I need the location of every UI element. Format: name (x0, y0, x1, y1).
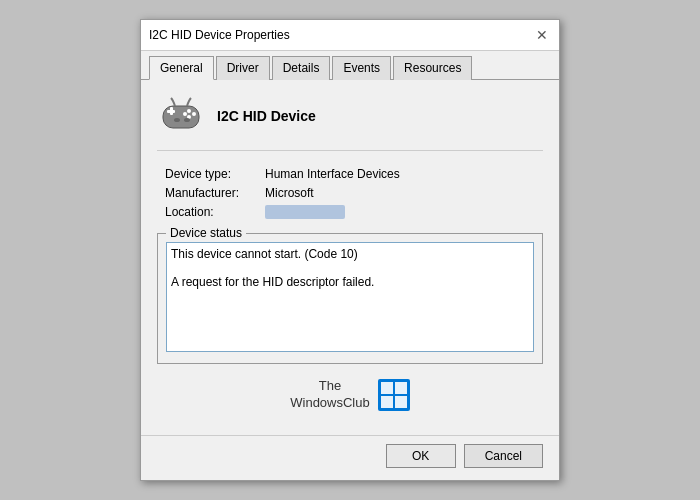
device-status-legend: Device status (166, 226, 246, 240)
svg-rect-13 (395, 396, 407, 408)
device-status-group: Device status (157, 233, 543, 364)
svg-point-5 (183, 112, 187, 116)
dialog-footer: OK Cancel (141, 435, 559, 480)
device-type-label: Device type: (165, 167, 265, 181)
svg-point-4 (192, 112, 196, 116)
manufacturer-label: Manufacturer: (165, 186, 265, 200)
manufacturer-row: Manufacturer: Microsoft (165, 186, 543, 200)
device-icon (157, 92, 205, 140)
title-bar: I2C HID Device Properties ✕ (141, 20, 559, 51)
dialog-title: I2C HID Device Properties (149, 28, 290, 42)
close-button[interactable]: ✕ (533, 26, 551, 44)
device-name: I2C HID Device (217, 108, 316, 124)
device-status-textarea[interactable] (166, 242, 534, 352)
watermark-area: TheWindowsClub (157, 378, 543, 412)
svg-rect-10 (381, 382, 393, 394)
device-header: I2C HID Device (157, 92, 543, 151)
svg-rect-12 (381, 396, 393, 408)
location-label: Location: (165, 205, 265, 219)
location-value (265, 205, 345, 219)
watermark-text: TheWindowsClub (290, 378, 369, 412)
ok-button[interactable]: OK (386, 444, 456, 468)
device-type-value: Human Interface Devices (265, 167, 400, 181)
device-properties-dialog: I2C HID Device Properties ✕ General Driv… (140, 19, 560, 482)
svg-point-8 (184, 118, 190, 122)
tab-bar: General Driver Details Events Resources (141, 51, 559, 80)
device-type-row: Device type: Human Interface Devices (165, 167, 543, 181)
location-row: Location: (165, 205, 543, 219)
svg-rect-2 (170, 107, 173, 115)
tab-content: I2C HID Device Device type: Human Interf… (141, 80, 559, 436)
svg-point-3 (187, 109, 191, 113)
tab-details[interactable]: Details (272, 56, 331, 80)
properties-section: Device type: Human Interface Devices Man… (157, 167, 543, 219)
svg-rect-11 (395, 382, 407, 394)
svg-rect-0 (163, 106, 199, 128)
tab-events[interactable]: Events (332, 56, 391, 80)
cancel-button[interactable]: Cancel (464, 444, 543, 468)
windows-logo-icon (378, 379, 410, 411)
manufacturer-value: Microsoft (265, 186, 314, 200)
tab-driver[interactable]: Driver (216, 56, 270, 80)
tab-general[interactable]: General (149, 56, 214, 80)
svg-point-7 (174, 118, 180, 122)
tab-resources[interactable]: Resources (393, 56, 472, 80)
